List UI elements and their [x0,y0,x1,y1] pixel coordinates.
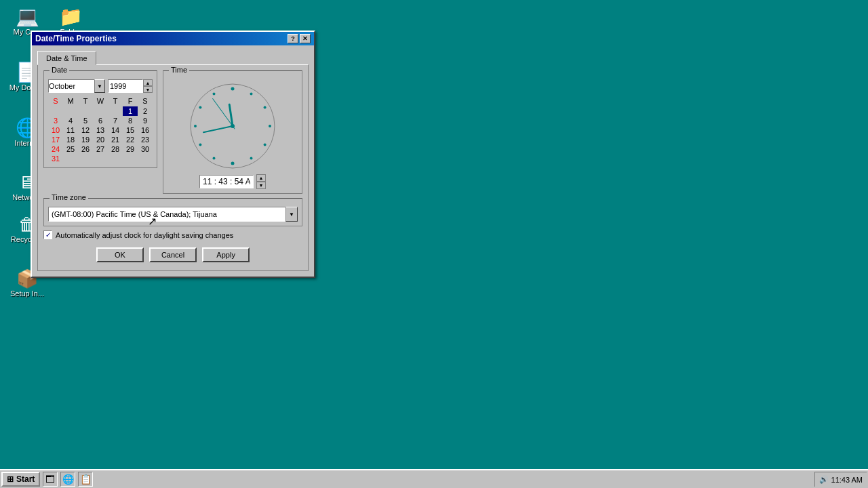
svg-point-11 [199,106,201,109]
cal-day-18[interactable]: 18 [63,135,78,144]
cal-day-31[interactable]: 31 [48,154,63,163]
cancel-button[interactable]: Cancel [149,247,197,262]
apply-button[interactable]: Apply [202,247,250,262]
cal-day-4[interactable]: 4 [63,116,78,125]
taskbar-icon-clipboard[interactable]: 📋 [78,472,93,487]
cal-header-wed: W [93,96,108,106]
timezone-select[interactable]: (GMT-08:00) Pacific Time (US & Canada); … [48,207,298,222]
svg-point-4 [269,125,271,127]
cal-day-empty [78,154,93,163]
timezone-dropdown-arrow[interactable]: ▼ [285,207,298,222]
start-label: Start [16,474,35,484]
taskbar-quick-launch: 🗔 🌐 📋 [43,472,93,487]
svg-point-8 [213,157,216,160]
cal-day-8[interactable]: 8 [123,116,138,125]
cal-day-19[interactable]: 19 [78,135,93,144]
cal-day-1[interactable]: 1 [123,106,138,116]
cal-day-empty [138,154,153,163]
cal-day-29[interactable]: 29 [123,144,138,154]
tab-date-time[interactable]: Date & Time [37,51,96,65]
cal-day-22[interactable]: 22 [123,135,138,144]
tray-clock: 11:43 AM [831,476,863,484]
time-display-input[interactable] [199,175,254,188]
help-button[interactable]: ? [288,34,298,43]
timezone-section: Time zone (GMT-08:00) Pacific Time (US &… [43,198,302,226]
cal-day-26[interactable]: 26 [78,144,93,154]
tray-network-icon: 🔊 [819,475,829,484]
time-input-row: ▲ ▼ [199,174,266,189]
cal-day-empty [78,106,93,116]
cal-day-3[interactable]: 3 [48,116,63,125]
cal-day-27[interactable]: 27 [93,144,108,154]
cal-day-23[interactable]: 23 [138,135,153,144]
cal-day-13[interactable]: 13 [93,125,108,135]
cal-day-empty [123,154,138,163]
cal-day-7[interactable]: 7 [108,116,123,125]
cal-day-9[interactable]: 9 [138,116,153,125]
cal-day-10[interactable]: 10 [48,125,63,135]
cal-header-tue: T [78,96,93,106]
ok-button[interactable]: OK [96,247,144,262]
taskbar-icon-screen[interactable]: 🗔 [43,472,58,487]
cal-day-28[interactable]: 28 [108,144,123,154]
svg-point-6 [250,157,253,160]
cal-day-2[interactable]: 2 [138,106,153,116]
cal-day-empty [93,106,108,116]
year-spin-down[interactable]: ▼ [143,86,153,93]
cal-day-empty [48,106,63,116]
year-spin-wrapper: ▲ ▼ [108,79,153,93]
cal-day-21[interactable]: 21 [108,135,123,144]
time-spin-up[interactable]: ▲ [256,174,266,182]
cal-day-17[interactable]: 17 [48,135,63,144]
svg-point-3 [264,106,267,109]
date-column: Date January February March April [43,70,157,198]
taskbar-icon-browser[interactable]: 🌐 [60,472,75,487]
clock-container: ▲ ▼ [167,79,298,189]
taskbar: ⊞ Start 🗔 🌐 📋 🔊 11:43 AM [0,469,868,488]
time-group: Time [163,70,302,194]
timezone-legend: Time zone [50,193,88,201]
svg-point-12 [213,92,216,95]
cal-day-11[interactable]: 11 [63,125,78,135]
taskbar-tray: 🔊 11:43 AM [814,472,867,487]
cal-day-12[interactable]: 12 [78,125,93,135]
windows-logo-icon: ⊞ [7,474,14,484]
button-row: OK Cancel Apply [43,245,302,265]
start-button[interactable]: ⊞ Start [1,472,40,487]
desktop: 💻 My Co... 📁 Folder 📄 My Docu... 🌐 Inter… [0,0,868,488]
svg-point-2 [250,92,253,95]
year-spin-up[interactable]: ▲ [143,79,153,86]
cal-day-16[interactable]: 16 [138,125,153,135]
year-input[interactable] [108,79,143,93]
clock-face-svg [189,82,277,170]
cal-day-20[interactable]: 20 [93,135,108,144]
cal-header-sun: S [48,96,63,106]
cal-day-6[interactable]: 6 [93,116,108,125]
date-selectors: January February March April May June Ju… [48,79,153,93]
datetime-dialog: Date/Time Properties ? ✕ Date & Time [31,30,315,278]
cal-day-5[interactable]: 5 [78,116,93,125]
time-group-legend: Time [169,66,189,74]
cal-day-24[interactable]: 24 [48,144,63,154]
dialog-body: Date & Time Date Januar [32,45,314,277]
month-select-arrow[interactable]: ▼ [94,79,105,93]
main-panel: Date January February March April [37,64,309,271]
cal-day-25[interactable]: 25 [63,144,78,154]
svg-point-7 [231,162,235,165]
svg-point-10 [194,125,197,127]
time-column: Time [163,70,302,198]
close-button[interactable]: ✕ [300,34,311,43]
month-select-wrapper: January February March April May June Ju… [48,79,105,93]
time-spin-down[interactable]: ▼ [256,182,266,189]
daylight-label: Automatically adjust clock for daylight … [56,231,233,239]
cal-day-14[interactable]: 14 [108,125,123,135]
date-group: Date January February March April [43,70,157,168]
timezone-select-wrapper: (GMT-08:00) Pacific Time (US & Canada); … [48,207,298,222]
dialog-titlebar: Date/Time Properties ? ✕ [32,32,314,45]
cal-day-15[interactable]: 15 [123,125,138,135]
cal-day-30[interactable]: 30 [138,144,153,154]
cal-header-fri: F [123,96,138,106]
cal-header-thu: T [108,96,123,106]
cal-day-empty [63,106,78,116]
daylight-checkbox[interactable]: ✓ [43,230,52,239]
